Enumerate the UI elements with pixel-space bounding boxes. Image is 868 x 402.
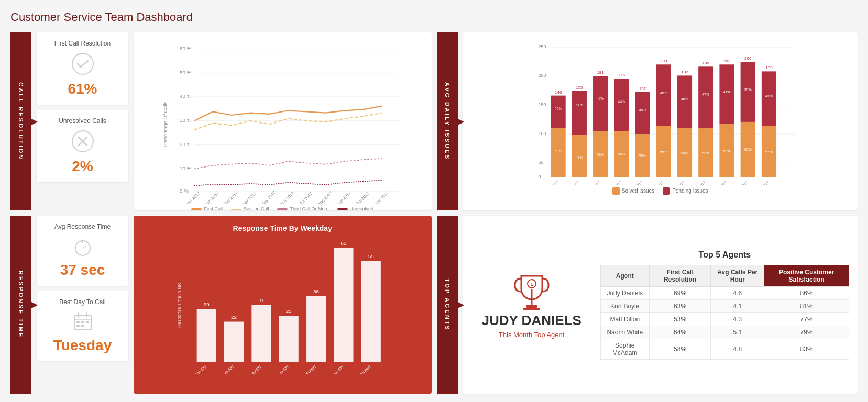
svg-text:Tuesday: Tuesday <box>220 364 235 374</box>
svg-text:Sunday: Sunday <box>358 364 372 374</box>
svg-text:40 %: 40 % <box>180 93 192 99</box>
svg-text:62: 62 <box>341 240 347 246</box>
stopwatch-icon <box>71 234 94 258</box>
svg-text:41%: 41% <box>723 90 730 94</box>
line-chart-panel: 60 % 50 % 40 % 30 % 20 % 10 % 0 % Percen… <box>134 32 432 210</box>
svg-text:199: 199 <box>702 61 709 65</box>
first-call-label: First Call Resolution <box>54 40 111 47</box>
svg-text:53%: 53% <box>702 151 709 155</box>
svg-text:100: 100 <box>538 131 546 136</box>
svg-text:Apr 2017: Apr 2017 <box>242 191 258 204</box>
col-fcr: First Call Resolution <box>649 265 711 286</box>
top-agent-subtitle: This Month Top Agent <box>499 331 565 339</box>
table-row: Sophie McAdam58%4.883% <box>600 339 849 359</box>
svg-text:55: 55 <box>368 253 374 259</box>
top-agents-text: TOP AGENTS <box>444 278 451 331</box>
call-resolution-content: First Call Resolution 61% Unresolved Cal… <box>37 32 432 210</box>
svg-text:44%: 44% <box>618 100 625 104</box>
svg-rect-43 <box>551 96 565 128</box>
svg-text:22: 22 <box>231 314 237 320</box>
svg-line-110 <box>83 246 86 248</box>
svg-text:30 %: 30 % <box>180 117 192 123</box>
best-day-value: Tuesday <box>53 337 112 354</box>
table-row: Naomi White64%5.179% <box>600 326 849 339</box>
call-resolution-text: CALL RESOLUTION <box>18 82 24 160</box>
svg-text:45%: 45% <box>660 91 667 95</box>
svg-text:Sep 2017: Sep 2017 <box>336 191 352 204</box>
svg-text:Saturday: Saturday <box>329 364 345 374</box>
svg-text:150: 150 <box>538 102 546 107</box>
svg-rect-53 <box>593 76 608 131</box>
line-chart-legend: First Call Second Call Third Call Or Mor… <box>140 206 425 211</box>
svg-text:203: 203 <box>723 59 730 63</box>
table-row: Kurt Boyle63%4.181% <box>600 299 849 312</box>
svg-text:September 2017: September 2017 <box>705 180 727 185</box>
calendar-icon <box>71 310 94 333</box>
weekday-chart-panel: Response Time By Weekday Response Time I… <box>134 216 432 394</box>
avg-response-label: Avg Response Time <box>54 223 111 230</box>
svg-text:25: 25 <box>286 308 292 314</box>
svg-text:June 2017: June 2017 <box>649 180 664 185</box>
svg-rect-116 <box>76 321 80 323</box>
svg-text:51%: 51% <box>575 103 583 107</box>
svg-text:50 %: 50 % <box>180 70 192 75</box>
unresolved-label: Unresolved Calls <box>59 117 106 125</box>
svg-rect-119 <box>76 325 80 327</box>
svg-text:Percentage Of Calls: Percentage Of Calls <box>162 102 168 148</box>
svg-rect-93 <box>761 71 776 126</box>
svg-rect-73 <box>677 75 691 128</box>
svg-text:59%: 59% <box>723 149 730 153</box>
svg-text:May 2017: May 2017 <box>629 180 643 185</box>
svg-text:Oct 2017: Oct 2017 <box>355 191 370 204</box>
svg-text:60 %: 60 % <box>180 46 192 51</box>
svg-text:40%: 40% <box>554 107 562 110</box>
svg-text:0: 0 <box>538 174 541 180</box>
svg-rect-124 <box>224 322 244 362</box>
svg-text:20 %: 20 % <box>180 141 192 147</box>
svg-text:45%: 45% <box>639 108 646 112</box>
svg-text:May 2017: May 2017 <box>260 190 277 204</box>
best-day-card: Best Day To Call Tuesday <box>37 291 128 361</box>
svg-text:54%: 54% <box>680 151 688 155</box>
agents-table: Agent First Call Resolution Avg Calls Pe… <box>600 265 849 360</box>
svg-text:53%: 53% <box>597 153 604 157</box>
unresolved-calls-card: Unresolved Calls 2% <box>37 110 128 182</box>
bar-chart-legend: Solved Issues Pending Issues <box>468 187 853 195</box>
svg-rect-132 <box>334 248 353 362</box>
response-time-label: RESPONSE TIME <box>10 216 31 394</box>
svg-text:38%: 38% <box>744 88 751 92</box>
svg-text:203: 203 <box>660 59 667 63</box>
col-sat: Positive Customer Satisfaction <box>764 265 849 286</box>
svg-text:56%: 56% <box>618 152 625 156</box>
svg-text:55%: 55% <box>660 150 667 154</box>
svg-rect-48 <box>572 91 586 135</box>
top-agents-label: TOP AGENTS <box>437 216 458 394</box>
svg-text:March 2017: March 2017 <box>584 180 600 185</box>
response-time-text: RESPONSE TIME <box>18 271 24 338</box>
svg-text:55%: 55% <box>639 154 646 158</box>
svg-text:April 2017: April 2017 <box>607 180 622 185</box>
svg-text:Response Time In sec: Response Time In sec <box>177 282 182 328</box>
svg-rect-58 <box>614 79 629 131</box>
svg-rect-118 <box>86 321 89 323</box>
svg-rect-134 <box>361 261 381 362</box>
svg-text:60%: 60% <box>554 149 562 153</box>
svg-rect-130 <box>306 296 326 362</box>
svg-text:50: 50 <box>538 160 543 165</box>
svg-text:176: 176 <box>618 73 625 77</box>
svg-text:November 2017: November 2017 <box>748 180 769 185</box>
top-agents-panel: 1 JUDY DANIELS This Month Top Agent Top … <box>463 216 858 394</box>
svg-text:Friday: Friday <box>305 364 317 374</box>
col-agent: Agent <box>600 265 649 286</box>
top-agents-table-title: Top 5 Agents <box>600 250 849 260</box>
svg-text:Monday: Monday <box>193 364 208 374</box>
avg-response-time-card: Avg Response Time 37 sec <box>37 216 128 286</box>
page-title: Customer Service Team Dashboard <box>10 10 858 24</box>
svg-text:46%: 46% <box>680 97 688 101</box>
svg-text:Wednesday: Wednesday <box>243 364 262 374</box>
response-time-content: Avg Response Time 37 sec Best Day To Cal… <box>37 216 432 394</box>
svg-text:Feb 2017: Feb 2017 <box>204 191 220 204</box>
svg-rect-63 <box>635 92 650 134</box>
svg-text:62%: 62% <box>744 148 751 151</box>
svg-text:182: 182 <box>681 70 688 74</box>
